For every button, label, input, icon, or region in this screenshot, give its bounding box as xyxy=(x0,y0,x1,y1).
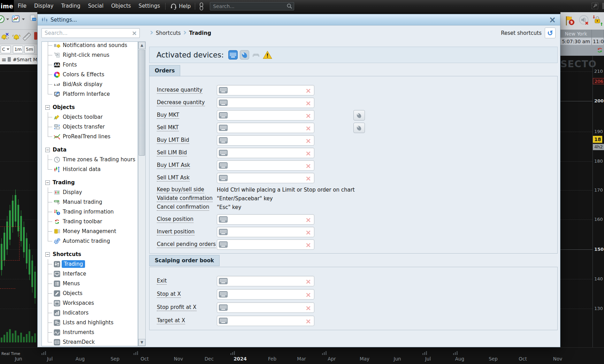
watchlist-name[interactable]: #Smart M xyxy=(13,57,37,62)
shortcut-input-exit[interactable]: × xyxy=(217,276,314,286)
collapse-icon[interactable]: − xyxy=(45,180,50,185)
chevron-down-icon[interactable] xyxy=(22,18,25,20)
candle-type-button[interactable]: C xyxy=(1,46,11,53)
menu-item-trading[interactable]: Trading xyxy=(57,0,84,12)
sidebar-item-workspaces[interactable]: Workspaces xyxy=(42,298,138,308)
clear-shortcut-icon[interactable]: × xyxy=(305,215,311,224)
gamepad-device-icon[interactable] xyxy=(251,50,261,60)
clear-shortcut-icon[interactable]: × xyxy=(305,240,311,249)
shortcut-input-stop-at-x[interactable]: × xyxy=(217,289,314,300)
shortcut-input-buy-mkt[interactable]: × xyxy=(217,110,314,121)
menu-item-display[interactable]: Display xyxy=(30,0,57,12)
sound-muted-icon[interactable] xyxy=(578,14,590,27)
collapse-icon[interactable]: − xyxy=(45,148,50,152)
sidebar-section-objects[interactable]: −Objects xyxy=(42,102,138,112)
refresh-icon[interactable] xyxy=(596,47,603,54)
sidebar-item-bid-ask-display[interactable]: 1.120Bid/Ask display xyxy=(42,79,138,89)
shortcut-input-target-at-x[interactable]: × xyxy=(217,316,314,326)
menu-search-input[interactable] xyxy=(210,2,294,10)
scrollbar-thumb[interactable] xyxy=(139,49,145,156)
sidebar-item-colors-effects[interactable]: Colors & Effects xyxy=(42,70,138,79)
menu-item-social[interactable]: Social xyxy=(84,0,107,12)
sidebar-item-historical-data[interactable]: Historical data xyxy=(42,164,138,174)
timeframe-5m-button[interactable]: 5m xyxy=(24,46,35,53)
shortcut-input-cancel-pending-orders[interactable]: × xyxy=(217,239,314,250)
sidebar-item-time-zones-trading-hours[interactable]: Time zones & Trading hours xyxy=(42,155,138,164)
breadcrumb-shortcuts[interactable]: Shortcuts xyxy=(156,30,181,36)
sidebar-item-interface[interactable]: Interface xyxy=(42,269,138,279)
sidebar-item-notifications-and-sounds[interactable]: Notifications and sounds xyxy=(42,41,138,50)
settings-search-input[interactable] xyxy=(42,29,139,38)
clear-shortcut-icon[interactable]: × xyxy=(305,136,311,145)
sidebar-item-instruments[interactable]: Instruments xyxy=(42,327,138,337)
clear-shortcut-icon[interactable]: × xyxy=(305,317,311,326)
clear-shortcut-icon[interactable]: × xyxy=(305,277,311,286)
alert-bell-icon[interactable] xyxy=(12,32,21,41)
mouse-assign-button[interactable] xyxy=(353,110,365,121)
clear-shortcut-icon[interactable]: × xyxy=(305,86,311,95)
keyboard-device-icon[interactable] xyxy=(228,50,238,60)
shortcut-input-decrease-quantity[interactable]: × xyxy=(217,98,314,108)
indicator-icon[interactable] xyxy=(0,15,5,23)
clear-shortcut-icon[interactable]: × xyxy=(305,161,311,170)
clear-shortcut-icon[interactable]: × xyxy=(305,124,311,133)
search-icon[interactable] xyxy=(286,3,292,9)
sidebar-section-data[interactable]: −Data xyxy=(42,145,138,155)
trading-lock-icon[interactable] xyxy=(592,15,604,26)
sidebar-item-indicators[interactable]: Indicators xyxy=(42,308,138,318)
menu-item-help[interactable]: Help xyxy=(177,3,193,9)
mouse-assign-button[interactable] xyxy=(353,123,365,133)
menu-item-settings[interactable]: Settings xyxy=(135,0,164,12)
link-icon[interactable] xyxy=(199,2,204,10)
menu-item-file[interactable]: File xyxy=(14,0,30,12)
clear-shortcut-icon[interactable]: × xyxy=(305,174,311,183)
shortcut-input-buy-lmt-ask[interactable]: × xyxy=(217,160,314,171)
new-chart-icon[interactable] xyxy=(11,14,20,23)
sidebar-item-prorealtrend-lines[interactable]: ProRealTrend lines xyxy=(42,132,138,141)
shortcut-input-stop-profit-at-x[interactable]: × xyxy=(217,302,314,313)
sidebar-item-menus[interactable]: Menus xyxy=(42,279,138,288)
sidebar-item-money-management[interactable]: Money Management xyxy=(42,226,138,236)
clear-shortcut-icon[interactable]: × xyxy=(305,149,311,158)
scroll-down-icon[interactable]: ▼ xyxy=(138,339,145,346)
shortcut-input-sell-lmt-ask[interactable]: × xyxy=(217,173,314,183)
sidebar-item-trading-toolbar[interactable]: Trading toolbar xyxy=(42,217,138,226)
sidebar-item-streamdeck[interactable]: StreamDeck xyxy=(42,337,138,346)
sidebar-section-trading[interactable]: −Trading xyxy=(42,178,138,187)
sidebar-item-objects[interactable]: Objects xyxy=(42,288,138,298)
sidebar-item-display[interactable]: Display xyxy=(42,187,138,197)
sidebar-item-trading[interactable]: Trading xyxy=(42,259,138,269)
sidebar-item-fonts[interactable]: AAFonts xyxy=(42,60,138,70)
sidebar-item-manual-trading[interactable]: Manual trading xyxy=(42,197,138,207)
shortcut-input-sell-mkt[interactable]: × xyxy=(217,123,314,133)
mouse-device-icon[interactable] xyxy=(240,50,249,60)
clear-shortcut-icon[interactable]: × xyxy=(305,228,311,237)
flag-notifications-icon[interactable]: 9 xyxy=(564,15,576,27)
sidebar-item-objects-transfer[interactable]: Objects transfer xyxy=(42,122,138,132)
menu-item-objects[interactable]: Objects xyxy=(107,0,135,12)
customize-icon[interactable] xyxy=(591,2,598,9)
notes-icon[interactable] xyxy=(29,14,37,22)
shortcut-input-increase-quantity[interactable]: × xyxy=(217,85,314,95)
sidebar-section-shortcuts[interactable]: −Shortcuts xyxy=(42,249,138,259)
clear-shortcut-icon[interactable]: × xyxy=(305,290,311,299)
reset-shortcuts-button[interactable]: ↺ xyxy=(545,28,556,38)
alert-cursor-icon[interactable] xyxy=(1,32,10,41)
chevron-down-icon[interactable] xyxy=(6,18,9,20)
shortcut-input-invert-position[interactable]: × xyxy=(217,227,314,237)
collapse-icon[interactable]: − xyxy=(45,252,50,257)
close-icon[interactable]: × xyxy=(549,15,556,25)
clear-shortcut-icon[interactable]: × xyxy=(305,99,311,108)
warning-device-icon[interactable] xyxy=(263,50,272,60)
tree-scrollbar[interactable]: ▲ ▼ xyxy=(138,41,146,346)
shortcut-input-close-position[interactable]: × xyxy=(217,214,314,225)
sidebar-item-objects-toolbar[interactable]: Objects toolbar xyxy=(42,112,138,122)
shortcut-input-sell-lim-bid[interactable]: × xyxy=(217,148,314,158)
sidebar-item-trading-information[interactable]: iTrading information xyxy=(42,207,138,217)
hamburger-icon[interactable]: ≡ xyxy=(1,56,6,63)
clear-search-icon[interactable]: × xyxy=(132,29,137,37)
shortcut-input-buy-lmt-bid[interactable]: × xyxy=(217,135,314,146)
sidebar-item-lists-and-highlights[interactable]: Lists and highlights xyxy=(42,318,138,327)
timeframe-1m-button[interactable]: 1m xyxy=(13,46,23,53)
collapse-icon[interactable]: − xyxy=(45,105,50,110)
